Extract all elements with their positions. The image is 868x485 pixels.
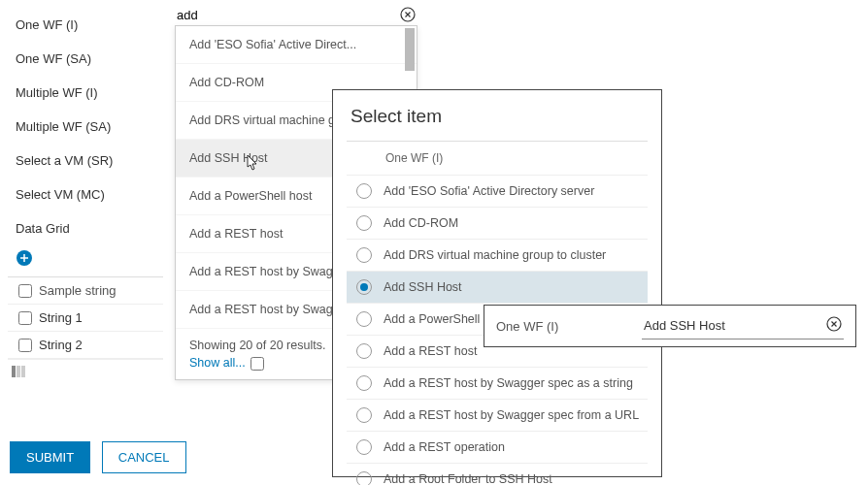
modal-title: Select item xyxy=(333,90,661,141)
svg-rect-3 xyxy=(21,366,25,377)
sidebar-item-multiple-wf-i[interactable]: Multiple WF (I) xyxy=(8,76,163,110)
modal-option[interactable]: Add a Root Folder to SSH Host xyxy=(347,464,648,485)
row-checkbox[interactable] xyxy=(18,339,32,352)
flyout-value-text: Add SSH Host xyxy=(644,318,725,333)
cancel-button[interactable]: CANCEL xyxy=(102,441,186,473)
modal-option[interactable]: Add DRS virtual machine group to cluster xyxy=(347,240,648,272)
footer-actions: SUBMIT CANCEL xyxy=(10,441,194,473)
modal-option[interactable]: Add a REST host by Swagger spec as a str… xyxy=(347,368,648,400)
cell-value: String 1 xyxy=(39,310,83,325)
modal-option[interactable]: Add 'ESO Sofia' Active Directory server xyxy=(347,176,648,208)
modal-option-label: Add a REST host by Swagger spec from a U… xyxy=(384,408,639,422)
results-count: Showing 20 of 20 results. xyxy=(189,339,325,352)
table-header-row: Sample string xyxy=(8,277,163,305)
modal-option-label: Add CD-ROM xyxy=(384,216,458,230)
sidebar-item-one-wf-sa[interactable]: One WF (SA) xyxy=(8,42,163,76)
table-footer xyxy=(8,359,163,386)
radio-icon xyxy=(356,471,372,485)
columns-icon[interactable] xyxy=(12,366,25,380)
modal-option-label: Add DRS virtual machine group to cluster xyxy=(384,248,606,262)
modal-option[interactable]: Add SSH Host xyxy=(347,272,648,304)
sidebar: One WF (I) One WF (SA) Multiple WF (I) M… xyxy=(8,8,163,386)
column-header: Sample string xyxy=(39,283,116,298)
sidebar-item-multiple-wf-sa[interactable]: Multiple WF (SA) xyxy=(8,110,163,144)
table-row[interactable]: String 2 xyxy=(8,332,163,359)
search-box xyxy=(175,4,417,27)
modal-subheader: One WF (I) xyxy=(347,142,648,176)
cursor-icon xyxy=(244,153,259,176)
modal-option-label: Add a REST host xyxy=(384,344,477,358)
modal-option-label: Add 'ESO Sofia' Active Directory server xyxy=(384,184,594,198)
svg-rect-1 xyxy=(12,366,16,377)
cell-value: String 2 xyxy=(39,338,83,352)
row-checkbox[interactable] xyxy=(18,311,32,325)
sidebar-item-data-grid[interactable]: Data Grid xyxy=(8,211,163,245)
flyout-value-field[interactable]: Add SSH Host xyxy=(642,312,844,340)
clear-icon[interactable] xyxy=(826,316,842,335)
search-input[interactable] xyxy=(175,6,400,24)
stray-checkbox[interactable] xyxy=(250,357,264,373)
modal-option-label: Add a REST operation xyxy=(384,440,505,454)
modal-option[interactable]: Add a REST host by Swagger spec from a U… xyxy=(347,400,648,432)
data-table: Sample string String 1 String 2 xyxy=(8,276,163,386)
modal-option[interactable]: Add CD-ROM xyxy=(347,208,648,240)
radio-icon xyxy=(356,407,372,423)
sidebar-item-select-vm-sr[interactable]: Select a VM (SR) xyxy=(8,144,163,178)
selection-flyout: One WF (I) Add SSH Host xyxy=(484,305,856,347)
modal-option-label: Add a Root Folder to SSH Host xyxy=(384,472,552,485)
scrollbar-thumb[interactable] xyxy=(405,28,415,71)
radio-icon xyxy=(356,439,372,455)
dropdown-item[interactable]: Add 'ESO Sofia' Active Direct... xyxy=(176,26,417,64)
table-row[interactable]: String 1 xyxy=(8,305,163,332)
radio-icon xyxy=(356,279,372,295)
radio-icon xyxy=(356,375,372,391)
svg-rect-2 xyxy=(17,366,20,377)
submit-button[interactable]: SUBMIT xyxy=(10,441,90,473)
select-all-checkbox[interactable] xyxy=(18,284,32,298)
modal-option-label: Add SSH Host xyxy=(384,280,462,294)
modal-option[interactable]: Add a REST operation xyxy=(347,432,648,464)
radio-icon xyxy=(356,247,372,263)
radio-icon xyxy=(356,311,372,327)
sidebar-item-one-wf-i[interactable]: One WF (I) xyxy=(8,8,163,42)
sidebar-item-select-vm-mc[interactable]: Select VM (MC) xyxy=(8,178,163,211)
modal-option-label: Add a REST host by Swagger spec as a str… xyxy=(384,376,633,390)
radio-icon xyxy=(356,183,372,199)
add-icon[interactable] xyxy=(16,249,33,267)
radio-icon xyxy=(356,343,372,359)
clear-icon[interactable] xyxy=(400,7,417,24)
flyout-label: One WF (I) xyxy=(496,319,642,334)
select-item-modal: Select item One WF (I) Add 'ESO Sofia' A… xyxy=(332,89,662,477)
radio-icon xyxy=(356,215,372,231)
